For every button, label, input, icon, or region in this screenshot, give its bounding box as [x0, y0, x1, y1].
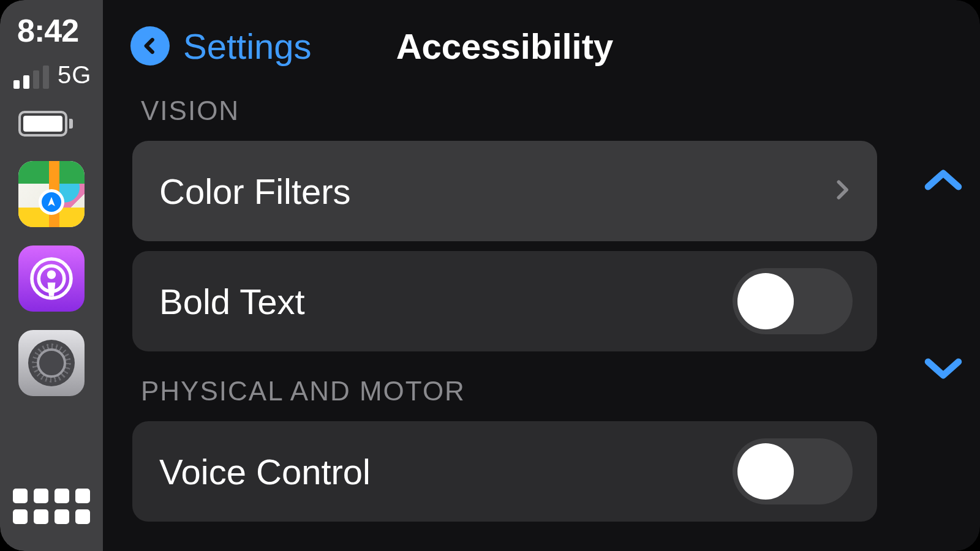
- podcasts-icon: [27, 254, 76, 303]
- voice-control-switch[interactable]: [733, 438, 853, 504]
- cellular-signal-icon: [13, 66, 49, 89]
- chevron-up-icon: [922, 167, 964, 193]
- page-title: Accessibility: [396, 26, 614, 67]
- scroll-down-button[interactable]: [922, 355, 964, 384]
- section-header-physical-motor: PHYSICAL AND MOTOR: [132, 361, 877, 421]
- back-label: Settings: [183, 26, 312, 67]
- row-bold-text[interactable]: Bold Text: [132, 251, 877, 351]
- row-voice-control[interactable]: Voice Control: [132, 421, 877, 522]
- gear-icon: [28, 340, 75, 386]
- svg-point-2: [47, 270, 56, 279]
- carplay-screen: 8:42 5G: [0, 0, 980, 551]
- network-status: 5G: [0, 61, 91, 89]
- row-label: Color Filters: [159, 171, 832, 212]
- status-dock-rail: 8:42 5G: [0, 0, 103, 551]
- clock-time: 8:42: [0, 12, 78, 49]
- chevron-left-icon: [130, 26, 170, 66]
- scroll-up-button[interactable]: [922, 167, 964, 196]
- dock-app-settings[interactable]: [18, 330, 85, 396]
- maps-location-icon: [39, 189, 64, 215]
- back-button[interactable]: Settings: [130, 26, 312, 67]
- network-type-label: 5G: [58, 61, 91, 89]
- dock-app-podcasts[interactable]: [18, 246, 85, 312]
- section-header-vision: VISION: [132, 92, 877, 141]
- battery-icon: [18, 111, 73, 137]
- dock-app-maps[interactable]: [18, 161, 85, 227]
- home-appgrid-button[interactable]: [13, 489, 90, 524]
- row-label: Voice Control: [159, 451, 733, 492]
- settings-list[interactable]: VISION Color Filters Bold Text PHYSICAL …: [103, 92, 907, 551]
- chevron-right-icon: [832, 173, 853, 209]
- settings-panel: Settings Accessibility VISION Color Filt…: [103, 0, 980, 551]
- chevron-down-icon: [922, 355, 964, 382]
- dock: [18, 161, 85, 396]
- page-scroll-controls: [907, 0, 980, 551]
- row-label: Bold Text: [159, 281, 733, 322]
- row-color-filters[interactable]: Color Filters: [132, 141, 877, 241]
- nav-bar: Settings Accessibility: [103, 0, 907, 92]
- bold-text-switch[interactable]: [733, 268, 853, 334]
